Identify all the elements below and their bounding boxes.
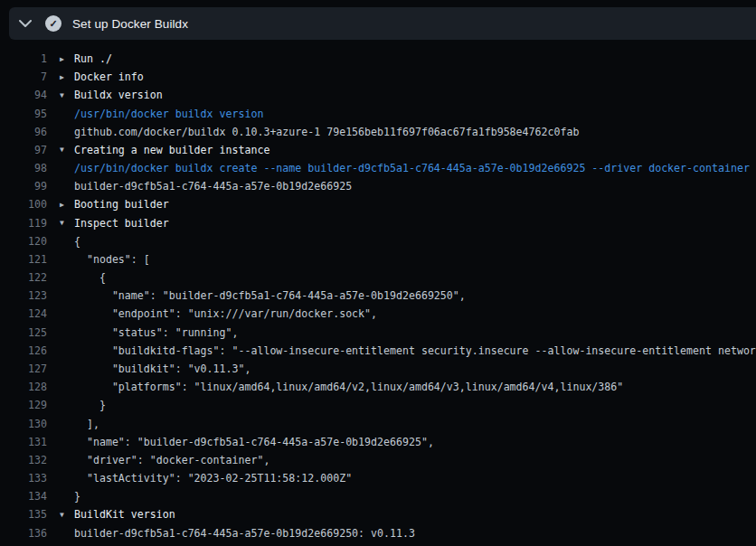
log-group-line[interactable]: 94▼Buildx version [0, 86, 756, 104]
log-group-line[interactable]: 7▶Docker info [0, 68, 756, 86]
check-circle-icon: ✓ [45, 15, 61, 32]
line-number[interactable]: 131 [0, 436, 47, 448]
line-number[interactable]: 121 [0, 253, 47, 266]
log-group-line[interactable]: 135▼BuildKit version [0, 505, 756, 523]
line-number[interactable]: 1 [0, 52, 47, 65]
log-output-text: github.com/docker/buildx 0.10.3+azure-1 … [74, 126, 579, 138]
line-number[interactable]: 129 [0, 399, 47, 411]
line-number[interactable]: 130 [0, 418, 47, 430]
log-line: 133 "lastActivity": "2023-02-25T11:58:12… [0, 469, 756, 487]
group-expanded-icon[interactable]: ▼ [60, 219, 74, 227]
log-output-text: builder-d9cfb5a1-c764-445a-a57e-0b19d2e6… [74, 527, 415, 540]
log-line: 130 ], [0, 414, 756, 432]
log-output-text: "buildkit": "v0.11.3", [74, 362, 250, 375]
log-group-title[interactable]: Run ./ [74, 52, 112, 65]
line-number[interactable]: 125 [0, 326, 47, 339]
log-group-line[interactable]: 1▶Run ./ [0, 50, 756, 68]
line-number[interactable]: 122 [0, 271, 47, 284]
log-group-title[interactable]: Booting builder [74, 198, 169, 211]
line-number[interactable]: 95 [0, 108, 47, 120]
line-number[interactable]: 128 [0, 381, 47, 393]
log-output-text: builder-d9cfb5a1-c764-445a-a57e-0b19d2e6… [74, 180, 352, 193]
line-number[interactable]: 132 [0, 454, 47, 466]
log-line: 95/usr/bin/docker buildx version [0, 105, 756, 123]
log-line: 128 "platforms": "linux/amd64,linux/amd6… [0, 378, 756, 396]
group-expanded-icon[interactable]: ▼ [60, 146, 74, 154]
log-output-text: { [74, 235, 80, 248]
log-command-text: /usr/bin/docker buildx version [74, 108, 263, 120]
log-command-text: /usr/bin/docker buildx create --name bui… [74, 162, 750, 174]
line-number[interactable]: 96 [0, 126, 47, 138]
log-output-text: } [74, 399, 106, 411]
log-line: 98/usr/bin/docker buildx create --name b… [0, 159, 756, 177]
log-group-title[interactable]: Docker info [74, 71, 144, 83]
line-number[interactable]: 127 [0, 362, 47, 375]
log-line: 96github.com/docker/buildx 0.10.3+azure-… [0, 123, 756, 141]
log-group-line[interactable]: 97▼Creating a new builder instance [0, 141, 756, 159]
log-line: 131 "name": "builder-d9cfb5a1-c764-445a-… [0, 433, 756, 451]
step-header[interactable]: ✓ Set up Docker Buildx [9, 7, 756, 40]
log-line: 136builder-d9cfb5a1-c764-445a-a57e-0b19d… [0, 523, 756, 541]
log-lines: 1▶Run ./7▶Docker info94▼Buildx version95… [0, 50, 756, 542]
log-line: 121 "nodes": [ [0, 250, 756, 268]
line-number[interactable]: 98 [0, 162, 47, 174]
line-number[interactable]: 119 [0, 217, 47, 230]
step-title: Set up Docker Buildx [72, 17, 188, 31]
log-output-text: "driver": "docker-container", [74, 454, 269, 466]
log-line: 134} [0, 487, 756, 505]
group-expanded-icon[interactable]: ▼ [60, 91, 74, 99]
line-number[interactable]: 97 [0, 144, 47, 156]
line-number[interactable]: 94 [0, 89, 47, 101]
line-number[interactable]: 134 [0, 490, 47, 503]
group-collapsed-icon[interactable]: ▶ [60, 201, 74, 209]
log-output-text: "platforms": "linux/amd64,linux/amd64/v2… [74, 381, 623, 393]
log-group-line[interactable]: 119▼Inspect builder [0, 214, 756, 232]
log-group-line[interactable]: 100▶Booting builder [0, 195, 756, 213]
log-line: 123 "name": "builder-d9cfb5a1-c764-445a-… [0, 287, 756, 305]
log-output-text: ], [74, 418, 99, 430]
line-number[interactable]: 123 [0, 289, 47, 302]
log-line: 120{ [0, 232, 756, 250]
line-number[interactable]: 124 [0, 307, 47, 320]
line-number[interactable]: 120 [0, 235, 47, 248]
group-expanded-icon[interactable]: ▼ [60, 511, 74, 519]
log-group-title[interactable]: BuildKit version [74, 508, 175, 521]
chevron-down-icon[interactable] [18, 16, 33, 31]
log-viewer: 1▶Run ./7▶Docker info94▼Buildx version95… [0, 50, 756, 542]
log-output-text: "lastActivity": "2023-02-25T11:58:12.000… [74, 472, 352, 485]
log-output-text: } [74, 490, 80, 503]
log-line: 99builder-d9cfb5a1-c764-445a-a57e-0b19d2… [0, 177, 756, 195]
log-line: 127 "buildkit": "v0.11.3", [0, 360, 756, 378]
group-collapsed-icon[interactable]: ▶ [60, 55, 74, 63]
log-group-title[interactable]: Inspect builder [74, 217, 169, 230]
log-output-text: "endpoint": "unix:///var/run/docker.sock… [74, 307, 377, 320]
log-line: 129 } [0, 396, 756, 414]
line-number[interactable]: 126 [0, 344, 47, 357]
log-output-text: { [74, 271, 106, 284]
log-group-title[interactable]: Creating a new builder instance [74, 144, 269, 156]
log-line: 126 "buildkitd-flags": "--allow-insecure… [0, 342, 756, 360]
line-number[interactable]: 7 [0, 71, 47, 83]
log-output-text: "buildkitd-flags": "--allow-insecure-ent… [74, 344, 756, 357]
line-number[interactable]: 133 [0, 472, 47, 485]
line-number[interactable]: 135 [0, 508, 47, 521]
log-line: 132 "driver": "docker-container", [0, 451, 756, 469]
group-collapsed-icon[interactable]: ▶ [60, 73, 74, 81]
line-number[interactable]: 99 [0, 180, 47, 193]
log-line: 125 "status": "running", [0, 324, 756, 342]
log-group-title[interactable]: Buildx version [74, 89, 163, 101]
log-line: 124 "endpoint": "unix:///var/run/docker.… [0, 305, 756, 323]
log-output-text: "name": "builder-d9cfb5a1-c764-445a-a57e… [74, 289, 466, 302]
log-line: 122 { [0, 268, 756, 287]
log-output-text: "name": "builder-d9cfb5a1-c764-445a-a57e… [74, 436, 434, 448]
line-number[interactable]: 136 [0, 527, 47, 540]
log-output-text: "status": "running", [74, 326, 238, 339]
log-output-text: "nodes": [ [74, 253, 150, 266]
line-number[interactable]: 100 [0, 198, 47, 211]
